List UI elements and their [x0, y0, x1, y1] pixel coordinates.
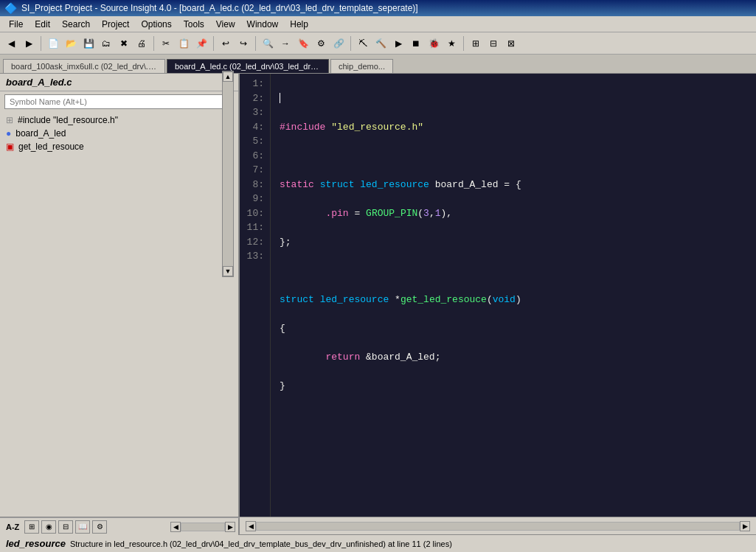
extra-btn[interactable]: ★ — [443, 35, 460, 52]
line-num-1: 1: — [246, 77, 264, 91]
line-9: { — [280, 323, 285, 334]
scroll-down[interactable]: ▼ — [223, 266, 233, 276]
line-numbers: 1: 2: 3: 4: 5: 6: 7: 8: 9: 10: 11: 12: 1… — [240, 74, 271, 517]
rebuild-btn[interactable]: 🔨 — [372, 35, 389, 52]
tile-btn[interactable]: ⊟ — [485, 35, 502, 52]
menu-file[interactable]: File — [3, 18, 29, 31]
lt-btn-5[interactable]: ⚙ — [92, 520, 107, 534]
tree-item-func[interactable]: ▣ get_led_resouce — [0, 140, 238, 153]
bottom-toolbar-row: A-Z ⊞ ◉ ⊟ 📖 ⚙ ◀ ▶ ◀ ▶ — [0, 517, 756, 534]
menu-tools[interactable]: Tools — [178, 18, 210, 31]
code-hscroll-right[interactable]: ▶ — [740, 521, 750, 531]
line-6: }; — [280, 237, 291, 248]
code-hscroll-track — [256, 522, 740, 531]
menu-bar: File Edit Search Project Options Tools V… — [0, 16, 756, 32]
cascade-btn[interactable]: ⊠ — [503, 35, 519, 52]
line-num-9: 9: — [246, 192, 264, 206]
close-button[interactable]: ✖ — [116, 35, 132, 52]
left-toolbar: A-Z ⊞ ◉ ⊟ 📖 ⚙ ◀ ▶ — [0, 517, 240, 535]
lt-btn-4[interactable]: 📖 — [75, 520, 90, 534]
code-area: 1: 2: 3: 4: 5: 6: 7: 8: 9: 10: 11: 12: 1… — [240, 74, 756, 517]
menu-project[interactable]: Project — [96, 18, 135, 31]
code-editor[interactable]: 1: 2: 3: 4: 5: 6: 7: 8: 9: 10: 11: 12: 1… — [240, 74, 756, 517]
lt-btn-2[interactable]: ◉ — [41, 520, 56, 534]
tab-3[interactable]: chip_demo... — [330, 59, 393, 73]
tab-bar: board_100ask_imx6ull.c (02_led_drv\...\1… — [0, 55, 756, 74]
var-icon: ● — [6, 128, 11, 139]
line-num-5: 5: — [246, 134, 264, 149]
az-label: A-Z — [3, 520, 22, 534]
build-btn[interactable]: ⛏ — [355, 35, 371, 52]
undo-button[interactable]: ↩ — [218, 35, 234, 52]
menu-edit[interactable]: Edit — [29, 18, 56, 31]
calc-btn[interactable]: ⚙ — [313, 35, 329, 52]
line-num-8: 8: — [246, 178, 264, 192]
toolbar-sep-6 — [463, 36, 464, 51]
open-button[interactable]: 📂 — [63, 35, 79, 52]
status-bold: led_resource — [6, 538, 66, 549]
hscroll-left[interactable]: ◀ — [170, 522, 181, 532]
ref-btn[interactable]: 🔗 — [330, 35, 347, 52]
left-vscroll[interactable]: ▲ ▼ — [222, 71, 234, 277]
func-icon: ▣ — [6, 142, 14, 152]
tree-item-var[interactable]: ● board_A_led — [0, 127, 238, 140]
symbol-tree: ⊞ #include "led_resource.h" ● board_A_le… — [0, 112, 238, 517]
print-button[interactable]: 🖨 — [133, 35, 150, 52]
line-4: static struct led_resource board_A_led =… — [280, 179, 521, 190]
line-2: #include "led_resource.h" — [280, 122, 423, 133]
save-button[interactable]: 💾 — [80, 35, 97, 52]
menu-help[interactable]: Help — [284, 18, 314, 31]
toolbar-sep-1 — [41, 36, 41, 51]
tree-item-include-label: #include "led_resource.h" — [18, 115, 118, 125]
line-num-2: 2: — [246, 91, 264, 106]
goto-btn[interactable]: → — [277, 35, 294, 52]
line-num-7: 7: — [246, 163, 264, 178]
menu-view[interactable]: View — [210, 18, 241, 31]
code-lines[interactable]: #include "led_resource.h" static struct … — [271, 74, 756, 517]
scroll-track — [223, 82, 233, 266]
symbol-search-input[interactable] — [4, 94, 234, 109]
menu-search[interactable]: Search — [56, 18, 96, 31]
forward-button[interactable]: ▶ — [21, 35, 37, 52]
line-1 — [280, 93, 280, 104]
tab-1[interactable]: board_100ask_imx6ull.c (02_led_drv\...\1… — [3, 59, 165, 73]
run-btn[interactable]: ▶ — [390, 35, 406, 52]
layout-btn[interactable]: ⊞ — [468, 35, 484, 52]
line-num-4: 4: — [246, 120, 264, 135]
line-num-3: 3: — [246, 105, 264, 120]
app-icon: 🔷 — [4, 2, 17, 14]
search-btn[interactable]: 🔍 — [260, 35, 276, 52]
redo-button[interactable]: ↪ — [235, 35, 252, 52]
tree-item-include[interactable]: ⊞ #include "led_resource.h" — [0, 113, 238, 127]
bookmark-btn[interactable]: 🔖 — [295, 35, 311, 52]
copy-button[interactable]: 📋 — [176, 35, 192, 52]
code-hscroll: ◀ ▶ — [240, 517, 756, 534]
toolbar-sep-3 — [213, 36, 214, 51]
tab-2[interactable]: board_A_led.c (02_led_drv\03_led_drv_tem… — [167, 59, 329, 73]
tree-item-var-label: board_A_led — [15, 128, 66, 139]
panel-title-text: board_A_led.c — [6, 77, 72, 88]
menu-window[interactable]: Window — [241, 18, 285, 31]
left-hscroll: ◀ ▶ — [109, 522, 235, 532]
scroll-up[interactable]: ▲ — [223, 71, 233, 82]
back-button[interactable]: ◀ — [3, 35, 19, 52]
tab-3-label: chip_demo... — [339, 62, 385, 71]
main-content: board_A_led.c ⊞ #include "led_resource.h… — [0, 74, 756, 517]
hscroll-right[interactable]: ▶ — [225, 522, 235, 532]
stop-btn[interactable]: ⏹ — [408, 35, 424, 52]
lt-btn-1[interactable]: ⊞ — [24, 520, 39, 534]
line-8: struct led_resource *get_led_resouce(voi… — [280, 294, 521, 305]
line-11: } — [280, 380, 285, 391]
left-panel: board_A_led.c ⊞ #include "led_resource.h… — [0, 74, 240, 517]
new-button[interactable]: 📄 — [45, 35, 61, 52]
cut-button[interactable]: ✂ — [158, 35, 174, 52]
code-hscroll-left[interactable]: ◀ — [246, 521, 256, 531]
hscroll-track — [181, 523, 225, 531]
paste-button[interactable]: 📌 — [193, 35, 209, 52]
debug-btn[interactable]: 🐞 — [426, 35, 442, 52]
lt-btn-3[interactable]: ⊟ — [58, 520, 73, 534]
save-all-button[interactable]: 🗂 — [98, 35, 114, 52]
toolbar-sep-4 — [255, 36, 256, 51]
line-num-13: 13: — [246, 249, 264, 264]
menu-options[interactable]: Options — [135, 18, 177, 31]
